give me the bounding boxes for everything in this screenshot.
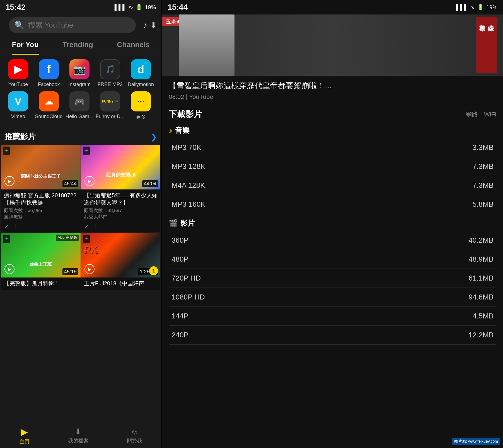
format-1080p[interactable]: 1080P HD 94.6MB [169,288,496,307]
format-720p[interactable]: 720P HD 61.1MB [169,269,496,288]
format-m4a-128k[interactable]: M4A 128K 7.3MB [169,176,496,195]
video-title-3: 【完整版】鬼月特輯！ [4,280,78,287]
play-btn-4[interactable]: ▶ [84,264,95,274]
freemp3-icon: 🎵 [100,59,120,79]
format-name-144p: 144P [171,312,188,320]
left-status-bar: 15:42 ▌▌▌ ∿ 🔋 19% [0,0,161,14]
channel-funnyor[interactable]: FUNNYDIE Funny or D... [95,91,125,120]
dailymotion-icon: d [131,59,151,79]
youtube-label: YouTube [8,82,28,87]
youtube-icon: ▶ [8,59,28,79]
battery-icon: 🔋 [136,4,142,11]
video-info-3: 【完整版】鬼月特輯！ [1,277,81,290]
format-size-m4a-128k: 7.3MB [473,181,494,190]
download-icon[interactable]: ⬇ [150,20,157,30]
more-label: 更多 [136,114,146,120]
tab-trending[interactable]: Trending [62,40,93,52]
video-meta-sub: 08:02 | YouTube [169,93,496,101]
duration-1: 45:44 [62,180,78,187]
right-wifi-icon: ∿ [470,4,475,11]
format-size-240p: 12.2MB [468,331,494,339]
left-status-icons: ▌▌▌ ∿ 🔋 19% [115,4,156,11]
preview-right-banner: 這些泳衣你敢穿哈女 [476,17,497,73]
video-preview[interactable]: 玉米★私定之名歌手出招！ 這些泳衣你敢穿哈女 [162,14,503,76]
video-title-1: 瘋神無雙 官方正版 20180722【楊千霈挑戰無 [4,192,78,206]
funnyor-icon: FUNNYDIE [100,91,120,111]
format-240p[interactable]: 240P 12.2MB [169,326,496,345]
download-title: 下載影片 [169,109,202,120]
channel-hellogam[interactable]: 🎮 Hello Gam... [64,91,95,120]
facebook-label: Facebook [38,82,60,87]
right-battery-icon: 🔋 [477,4,484,11]
video-grid: + 這關心就公主跟王子 ▶ 45:44 瘋神無雙 官方正版 20180722【楊… [0,145,161,290]
add-icon-4: + [83,235,90,243]
format-name-240p: 240P [171,331,188,339]
format-mp3-70k[interactable]: MP3 70K 3.3MB [169,138,496,157]
format-mp3-160k[interactable]: MP3 160K 5.8MB [169,195,496,214]
format-480p[interactable]: 480P 48.9MB [169,250,496,269]
channel-more[interactable]: ··· 更多 [125,91,156,120]
format-name-360p: 360P [171,236,188,245]
hellogam-icon: 🎮 [69,91,90,111]
video-thumb-1: + 這關心就公主跟王子 ▶ 45:44 [1,145,81,189]
channel-instagram[interactable]: 📷 Instagram [64,59,95,87]
home-icon: ▶ [21,427,28,437]
format-size-144p: 4.5MB [473,312,494,320]
search-input[interactable] [28,21,130,30]
add-icon-3: + [3,235,10,243]
recommended-arrow[interactable]: ❯ [151,132,157,142]
video-card-4[interactable]: + PK ▶ 1:28:56 1 正片Full2018《中国好声 [81,233,161,290]
channel-freemp3[interactable]: 🎵 FREE MP3 [95,59,125,87]
video-meta-title: 【雪碧皇后啊妳這樣穿歷代皇帝都要駕崩啦！... [169,80,496,91]
network-info: 網路：WiFi [466,110,496,119]
soundcloud-icon: ☁ [39,91,59,111]
share-icon-1[interactable]: ↗ [4,223,9,230]
search-bar[interactable]: 🔍 [9,17,136,33]
format-name-mp3-128k: MP3 128K [171,162,205,171]
video-category-header: 🎬 影片 [169,218,496,228]
recommended-title: 推薦影片 [4,132,36,142]
recommended-header: 推薦影片 ❯ [0,129,161,145]
channel-youtube[interactable]: ▶ YouTube [3,59,33,87]
video-channel-1: 瘋神無雙 [4,214,78,220]
soundcloud-label: SoundCloud [35,114,62,120]
music-icon[interactable]: ♪ [143,21,147,30]
nav-home[interactable]: ▶ 主頁 [20,427,30,445]
format-name-mp3-160k: MP3 160K [171,200,205,209]
video-category-icon: 🎬 [169,219,178,228]
dailymotion-label: Dailymotion [128,82,154,87]
left-time: 15:42 [6,3,26,12]
channel-vimeo[interactable]: V Vimeo [3,91,33,120]
music-category-icon: ♪ [169,126,172,135]
format-360p[interactable]: 360P 40.2MB [169,231,496,250]
tab-channels[interactable]: Channels [117,40,150,52]
play-btn-1[interactable]: ▶ [4,176,14,186]
video-title-4: 正片Full2018《中国好声 [84,280,158,287]
more-icon-1[interactable]: ⋮ [13,223,19,230]
video-card-1[interactable]: + 這關心就公主跟王子 ▶ 45:44 瘋神無雙 官方正版 20180722【楊… [1,145,81,232]
format-144p[interactable]: 144P 4.5MB [169,307,496,326]
watermark: 图片源: www.feixuev.com [452,438,500,445]
nav-about[interactable]: ☺ 關於我 [127,427,142,444]
pk-label: PK [84,244,98,256]
format-name-1080p: 1080P HD [171,293,205,301]
files-icon: ⬇ [75,427,81,436]
more-icon-2[interactable]: ⋮ [93,223,99,230]
video-views-2: 觀看次數：38,597 [84,207,158,214]
more-icon: ··· [131,91,151,111]
share-icon-2[interactable]: ↗ [84,223,89,230]
channel-dailymotion[interactable]: d Dailymotion [125,59,156,87]
channel-soundcloud[interactable]: ☁ SoundCloud [33,91,64,120]
tab-foryou[interactable]: For You [12,40,39,52]
play-btn-3[interactable]: ▶ [4,264,14,274]
video-info-1: 瘋神無雙 官方正版 20180722【楊千霈挑戰無 觀看次數：66,955 瘋神… [1,189,81,222]
wifi-icon: ∿ [129,4,133,11]
battery-pct: 19% [145,4,156,11]
channel-facebook[interactable]: f Facebook [33,59,64,87]
format-mp3-128k[interactable]: MP3 128K 7.3MB [169,157,496,176]
video-card-2[interactable]: + 我真的想要頂 ▶ 44:04 【出道都過5年......有多少人知道你是藝人… [81,145,161,232]
right-time: 15:44 [168,3,188,12]
video-card-3[interactable]: + ALL 完整版 你乘上正班 ▶ 45:19 【完整版】鬼月特輯！ [1,233,81,290]
play-btn-2[interactable]: ▶ [84,176,95,186]
nav-files[interactable]: ⬇ 我的檔案 [68,427,88,444]
